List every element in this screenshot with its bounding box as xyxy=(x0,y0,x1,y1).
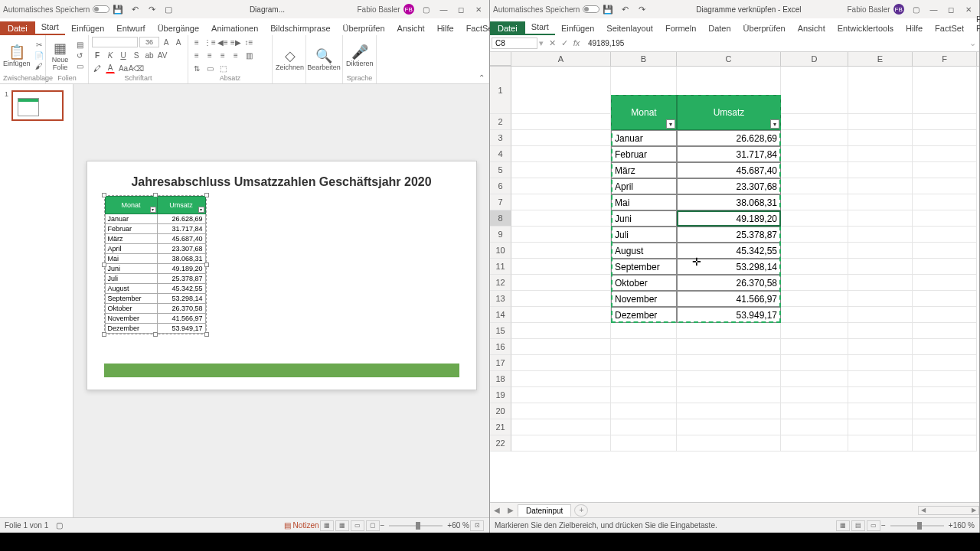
underline-icon[interactable]: U xyxy=(118,50,129,60)
cell-C19[interactable] xyxy=(677,387,781,403)
user-avatar[interactable]: FB xyxy=(893,4,904,15)
row-header[interactable]: 6 xyxy=(490,178,511,194)
name-box[interactable] xyxy=(492,37,537,49)
redo-icon[interactable]: ↷ xyxy=(145,3,158,15)
cell-A7[interactable] xyxy=(511,194,611,210)
cell-B5[interactable]: März xyxy=(611,162,677,178)
cell-F3[interactable] xyxy=(913,130,977,146)
cell-E15[interactable] xyxy=(848,323,913,339)
row-header[interactable]: 10 xyxy=(490,243,511,259)
cell-D1[interactable] xyxy=(781,67,848,114)
cell-B4[interactable]: Februar xyxy=(611,146,677,162)
cell-C8[interactable]: 49.189,20 xyxy=(677,210,781,227)
cell-F13[interactable] xyxy=(913,291,977,307)
zoom-value[interactable]: 60 % xyxy=(452,521,469,530)
indent-inc-icon[interactable]: ≡▶ xyxy=(230,37,241,47)
slide-canvas[interactable]: Jahresabschluss Umsatzzahlen Geschäftsja… xyxy=(74,84,489,517)
cell-A18[interactable] xyxy=(511,371,611,387)
row-header[interactable]: 17 xyxy=(490,355,511,371)
cell-D22[interactable] xyxy=(781,435,848,452)
align-center-icon[interactable]: ≡ xyxy=(204,50,215,60)
cell-E20[interactable] xyxy=(848,403,913,419)
cell-C21[interactable] xyxy=(677,419,781,435)
cell-E21[interactable] xyxy=(848,419,913,435)
tab-einfügen[interactable]: Einfügen xyxy=(555,21,600,35)
maximize-icon[interactable]: ◻ xyxy=(453,5,469,14)
cell-C12[interactable]: 26.370,58 xyxy=(677,275,781,291)
cell-B16[interactable] xyxy=(611,339,677,355)
cell-A21[interactable] xyxy=(511,419,611,435)
row-header[interactable]: 12 xyxy=(490,275,511,291)
normal-view-icon[interactable]: ▦ xyxy=(320,520,334,531)
row-header[interactable]: 18 xyxy=(490,371,511,387)
row-header[interactable]: 9 xyxy=(490,227,511,243)
cell-F9[interactable] xyxy=(913,227,977,243)
cell-C13[interactable]: 41.566,97 xyxy=(677,291,781,307)
spacing-icon[interactable]: AV xyxy=(157,50,168,60)
row-header[interactable]: 5 xyxy=(490,162,511,178)
sheet-nav-prev[interactable]: ◀ xyxy=(490,506,504,514)
tab-daten[interactable]: Daten xyxy=(702,21,737,35)
cell-E10[interactable] xyxy=(848,243,913,259)
cell-D11[interactable] xyxy=(781,259,848,275)
dictate-button[interactable]: 🎤Diktieren xyxy=(346,44,374,68)
row-header[interactable]: 15 xyxy=(490,323,511,339)
filter-icon[interactable]: ▾ xyxy=(770,119,779,129)
cell-E13[interactable] xyxy=(848,291,913,307)
font-select[interactable] xyxy=(92,37,138,47)
cell-B20[interactable] xyxy=(611,403,677,419)
row-header[interactable]: 21 xyxy=(490,419,511,435)
user-avatar[interactable]: FB xyxy=(403,4,414,15)
smartart-icon[interactable]: ⬚ xyxy=(217,63,228,73)
autosave-toggle[interactable] xyxy=(93,5,109,13)
cell-F17[interactable] xyxy=(913,355,977,371)
save-icon[interactable]: 💾 xyxy=(112,3,124,15)
cell-A3[interactable] xyxy=(511,130,611,146)
layout-icon[interactable]: ▤ xyxy=(74,40,85,51)
cut-icon[interactable]: ✂ xyxy=(34,40,44,51)
redo-icon[interactable]: ↷ xyxy=(635,3,648,15)
undo-icon[interactable]: ↶ xyxy=(619,3,631,15)
collapse-ribbon-icon[interactable]: ⌃ xyxy=(474,72,489,83)
cell-A2[interactable] xyxy=(511,114,611,130)
tab-bildschirmprase[interactable]: Bildschirmprase xyxy=(264,21,336,35)
cell-C11[interactable]: 53.298,14 xyxy=(677,259,781,275)
cell-C15[interactable] xyxy=(677,323,781,339)
cell-E5[interactable] xyxy=(848,162,913,178)
row-header[interactable]: 8 xyxy=(490,210,511,227)
spellcheck-icon[interactable]: ▢ xyxy=(56,521,63,530)
cell-F22[interactable] xyxy=(913,435,977,452)
cell-A15[interactable] xyxy=(511,323,611,339)
font-color-icon[interactable]: A xyxy=(105,63,116,73)
fit-icon[interactable]: ⊡ xyxy=(470,520,484,531)
cell-F16[interactable] xyxy=(913,339,977,355)
cell-D20[interactable] xyxy=(781,403,848,419)
cell-D13[interactable] xyxy=(781,291,848,307)
cell-E14[interactable] xyxy=(848,307,913,323)
cell-D8[interactable] xyxy=(781,210,848,227)
ribbon-mode-icon[interactable]: ▢ xyxy=(419,5,434,14)
cell-D3[interactable] xyxy=(781,130,848,146)
cell-F20[interactable] xyxy=(913,403,977,419)
cell-D15[interactable] xyxy=(781,323,848,339)
cell-D21[interactable] xyxy=(781,419,848,435)
cell-F21[interactable] xyxy=(913,419,977,435)
row-header[interactable]: 2 xyxy=(490,114,511,130)
shapes-button[interactable]: ◇Zeichnen xyxy=(276,47,304,72)
cell-B7[interactable]: Mai xyxy=(611,194,677,210)
cell-D5[interactable] xyxy=(781,162,848,178)
cell-F4[interactable] xyxy=(913,146,977,162)
cell-B15[interactable] xyxy=(611,323,677,339)
cell-D17[interactable] xyxy=(781,355,848,371)
row-header[interactable]: 1 xyxy=(490,67,511,114)
tab-entwicklertools[interactable]: Entwicklertools xyxy=(831,21,900,35)
text-dir-icon[interactable]: ⇅ xyxy=(191,63,202,73)
cell-A9[interactable] xyxy=(511,227,611,243)
indent-dec-icon[interactable]: ◀≡ xyxy=(217,37,228,47)
slideshow-icon[interactable]: ▢ xyxy=(162,3,175,15)
cell-B12[interactable]: Oktober xyxy=(611,275,677,291)
tab-hilfe[interactable]: Hilfe xyxy=(431,21,460,35)
zoom-out-icon[interactable]: − xyxy=(881,521,886,530)
align-left-icon[interactable]: ≡ xyxy=(191,50,202,60)
close-icon[interactable]: ✕ xyxy=(471,5,486,14)
